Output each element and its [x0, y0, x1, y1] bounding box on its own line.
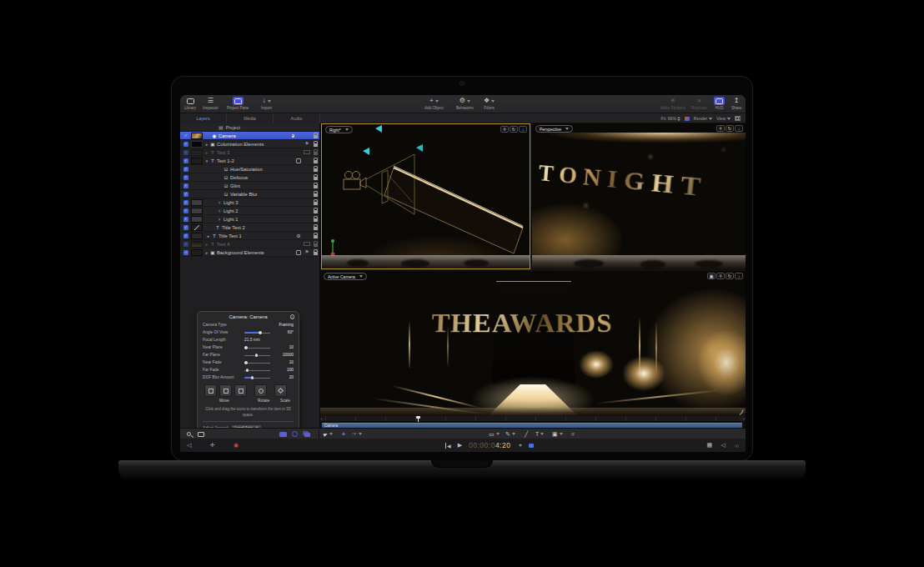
layer-checkbox[interactable]: ✓: [183, 167, 188, 172]
view-menu[interactable]: View: [716, 116, 731, 121]
lock-icon[interactable]: [311, 148, 319, 156]
layer-row[interactable]: ✓ ♀ Light 3: [180, 198, 319, 207]
parameter-slider[interactable]: [243, 374, 272, 381]
ring-object-toggle[interactable]: [290, 429, 299, 439]
layer-checkbox[interactable]: ✓: [183, 225, 188, 230]
show-overlays-icon[interactable]: ✛: [210, 440, 215, 450]
shape-tool[interactable]: ▭: [489, 429, 500, 439]
make-particles-button[interactable]: ✳ Make Particles: [660, 97, 685, 110]
lock-icon[interactable]: [311, 215, 319, 223]
layer-status-icon[interactable]: [294, 132, 303, 139]
viewport-right[interactable]: Right* ✛ ↻ ↓: [321, 123, 530, 269]
audio-mute-icon[interactable]: ◁: [187, 440, 191, 450]
viewport-menu-right[interactable]: Right*: [325, 126, 353, 133]
layer-status-icon[interactable]: [294, 157, 303, 164]
line-tool[interactable]: ╱: [522, 429, 530, 439]
layer-checkbox[interactable]: ✓: [183, 175, 188, 180]
layer-row[interactable]: ✓ ▸ ▣ Colorization Elements: [180, 140, 319, 148]
record-button[interactable]: ◉: [234, 440, 239, 450]
layer-flag-icon[interactable]: [303, 157, 311, 164]
layer-status-icon[interactable]: [294, 140, 303, 148]
share-button[interactable]: ↥ Share: [731, 97, 741, 110]
parameter-value[interactable]: 10000: [272, 353, 294, 357]
layer-row[interactable]: ✓ ♀ Light 1: [180, 215, 319, 223]
layer-status-icon[interactable]: [294, 232, 303, 239]
layer-flag-icon[interactable]: [303, 223, 311, 231]
select-tool[interactable]: [324, 429, 333, 439]
layer-status-icon[interactable]: [294, 248, 303, 256]
dolly-view-icon[interactable]: ↓: [519, 126, 527, 133]
camera-view-icon[interactable]: ▣: [707, 273, 716, 279]
lock-icon[interactable]: [311, 248, 319, 256]
layer-row[interactable]: ✓ T Title Text 2: [180, 223, 319, 232]
inspector-button[interactable]: ☰ Inspector: [203, 97, 218, 110]
layer-checkbox[interactable]: ✓: [183, 192, 188, 197]
layer-flag-icon[interactable]: [303, 165, 311, 173]
layer-flag-icon[interactable]: [303, 132, 311, 139]
layer-row[interactable]: ✓ ⊡ Defocus: [180, 173, 319, 182]
parameter-slider[interactable]: [243, 359, 272, 366]
parameter-value[interactable]: 60°: [272, 330, 294, 334]
layer-row[interactable]: – ▸ ▣ Background Elements: [180, 248, 319, 257]
layer-flag-icon[interactable]: [303, 240, 311, 248]
viewport-menu-perspective[interactable]: Perspective: [535, 125, 573, 133]
layer-status-icon[interactable]: [294, 215, 303, 223]
layer-flag-icon[interactable]: [303, 232, 311, 239]
layer-flag-icon[interactable]: [303, 190, 311, 198]
frame-preview-icon[interactable]: [197, 429, 205, 439]
lock-icon[interactable]: [311, 165, 319, 173]
layer-row[interactable]: ✓ ▸ T Text 3: [180, 148, 319, 157]
dolly-view-icon[interactable]: ↓: [735, 125, 743, 132]
layer-flag-icon[interactable]: [303, 182, 311, 189]
layer-row[interactable]: ✓ ⊡ Glint: [180, 182, 319, 190]
layer-checkbox[interactable]: ✓: [183, 208, 188, 213]
behaviors-button[interactable]: ⚙ Behaviors: [456, 97, 473, 110]
layer-status-icon[interactable]: [294, 207, 303, 214]
parameter-value[interactable]: 20: [272, 375, 294, 379]
lock-icon[interactable]: [311, 132, 319, 139]
in-point-icon[interactable]: ⊦: [321, 417, 323, 421]
transform-3d-tool[interactable]: ✦: [339, 429, 348, 439]
move-xy-tool[interactable]: [204, 384, 217, 397]
show-film-strip-icon[interactable]: ▦: [706, 440, 712, 450]
bezier-pen-tool[interactable]: ✎: [505, 429, 515, 439]
out-point-icon[interactable]: ⊣: [741, 417, 745, 421]
scale-tool[interactable]: [274, 384, 287, 397]
lock-icon[interactable]: [311, 140, 319, 148]
parameter-slider[interactable]: [243, 321, 272, 329]
playhead[interactable]: [418, 416, 419, 422]
timeline-resize-handle-icon[interactable]: [739, 410, 744, 415]
library-button[interactable]: Library: [184, 97, 196, 110]
pan-view-icon[interactable]: ✛: [500, 126, 509, 133]
render-menu[interactable]: Render: [694, 116, 712, 121]
layer-checkbox[interactable]: ✓: [183, 217, 188, 222]
mask-tool[interactable]: ▣: [552, 429, 563, 439]
viewport-menu-active-camera[interactable]: Active Camera: [324, 273, 367, 280]
layout-grid-icon[interactable]: [735, 116, 741, 121]
lock-icon[interactable]: [311, 157, 319, 164]
parameter-value[interactable]: 10: [272, 360, 294, 364]
parameter-value[interactable]: 100: [272, 368, 294, 372]
layer-checkbox[interactable]: ✓: [183, 233, 188, 238]
layer-checkbox[interactable]: ✓: [183, 242, 188, 247]
text-tool[interactable]: T: [535, 429, 544, 439]
fit-zoom-control[interactable]: Fit: 66%: [661, 116, 680, 121]
pan-view-icon[interactable]: ✛: [716, 125, 725, 132]
timeline-ruler[interactable]: ⊦ ⊣: [320, 416, 746, 422]
layer-checkbox[interactable]: ✓: [183, 183, 188, 188]
layer-status-icon[interactable]: [294, 190, 303, 198]
viewport-active-camera[interactable]: THE AWARDS Active Camera: [320, 271, 746, 416]
filters-button[interactable]: ❖ Filters: [484, 97, 495, 110]
orbit-view-icon[interactable]: ↻: [510, 126, 518, 133]
lock-icon[interactable]: [311, 240, 319, 248]
dolly-view-icon[interactable]: ↓: [735, 273, 743, 279]
layers-object-toggle[interactable]: [302, 429, 310, 439]
layer-checkbox[interactable]: ✓: [183, 133, 188, 138]
layer-flag-icon[interactable]: [303, 207, 311, 214]
layer-checkbox[interactable]: ✓: [183, 158, 188, 163]
import-button[interactable]: ↓ Import: [261, 97, 272, 110]
info-icon[interactable]: i: [290, 314, 295, 319]
rectangle-object-toggle[interactable]: [279, 429, 287, 439]
color-channel-icon[interactable]: [685, 117, 690, 121]
layer-row[interactable]: ✓ ▾ T Text 1-2: [180, 157, 319, 165]
